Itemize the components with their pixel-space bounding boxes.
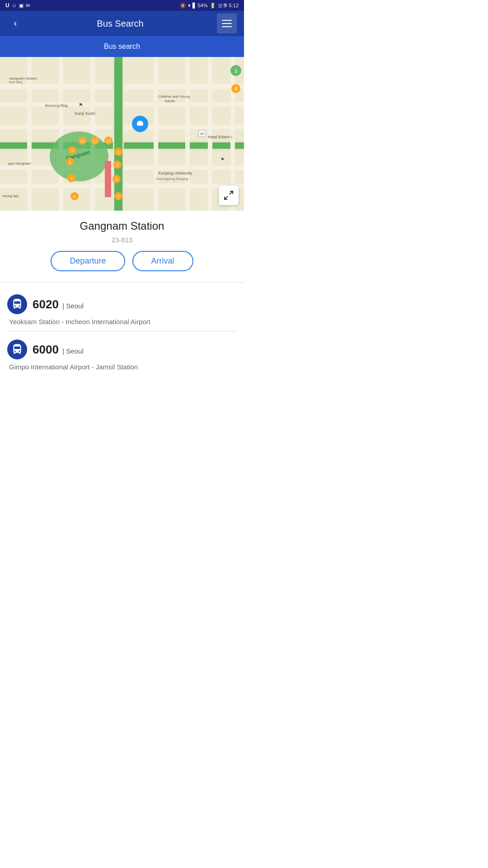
bus-city: | Seoul (62, 347, 83, 355)
svg-text:Ganji Sushi: Ganji Sushi (75, 111, 95, 116)
mute-icon: 🔇 (180, 3, 186, 9)
bus-number: 6020 (33, 297, 59, 311)
map-container[interactable]: Gangnam 10 11 12 9 1 8 2 7 3 6 3 3 4 (0, 57, 244, 211)
mail-icon: ✉ (26, 3, 30, 9)
bus-icon (7, 294, 27, 314)
status-bar: U ☺ ▣ ✉ 🔇 ▾ ▋ 54% 🔋 오후 5:12 (0, 0, 244, 11)
bus-number-group: 6000 | Seoul (33, 343, 84, 357)
svg-rect-10 (59, 57, 63, 211)
svg-text:Hotel Estem I: Hotel Estem I (208, 135, 232, 139)
back-button[interactable]: ‹ (7, 18, 23, 29)
svg-text:Adults: Adults (165, 99, 175, 103)
image-icon: ▣ (19, 3, 23, 9)
svg-rect-13 (154, 57, 158, 211)
svg-text:⚑: ⚑ (221, 157, 225, 162)
status-icons: U ☺ ▣ ✉ (5, 2, 30, 9)
svg-text:11: 11 (93, 139, 97, 143)
departure-button[interactable]: Departure (51, 251, 125, 271)
station-info: Gangnam Station 23-813 Departure Arrival (0, 211, 244, 278)
svg-rect-21 (105, 161, 111, 197)
svg-line-66 (230, 191, 233, 194)
svg-line-67 (225, 196, 228, 199)
svg-text:12: 12 (106, 139, 111, 143)
bus-svg-icon (11, 344, 23, 355)
map-svg: Gangnam 10 11 12 9 1 8 2 7 3 6 3 3 4 (0, 57, 244, 211)
svg-text:2: 2 (116, 163, 118, 167)
svg-text:heung Apt: heung Apt (2, 194, 19, 198)
bus-list: 6020 | Seoul Yeoksam Station - Incheon I… (0, 286, 244, 376)
sub-header: Bus search (0, 36, 244, 57)
svg-text:⚑: ⚑ (79, 102, 83, 108)
svg-text:3: 3 (235, 68, 237, 74)
bus-item-header: 6000 | Seoul (7, 340, 237, 359)
svg-text:Kunjang University: Kunjang University (158, 171, 192, 175)
svg-text:4: 4 (235, 86, 237, 91)
bus-city: | Seoul (62, 302, 83, 310)
svg-text:3: 3 (117, 194, 119, 199)
station-name: Gangnam Station (7, 220, 237, 232)
svg-text:Gwangyang Bulgogi: Gwangyang Bulgogi (156, 177, 188, 181)
svg-text:H: H (201, 132, 204, 136)
bus-icon (7, 340, 27, 359)
svg-text:8: 8 (69, 160, 71, 165)
svg-text:ppy Gangnam: ppy Gangnam (8, 161, 31, 165)
station-code: 23-813 (7, 236, 237, 244)
svg-rect-18 (114, 57, 122, 211)
menu-line-1 (222, 20, 232, 21)
bus-item-header: 6020 | Seoul (7, 294, 237, 314)
svg-text:Children and Young: Children and Young (158, 94, 190, 99)
svg-text:1: 1 (117, 150, 119, 155)
battery-icon: 🔋 (210, 3, 216, 9)
wifi-icon: ▾ (188, 3, 191, 9)
svg-rect-15 (208, 57, 212, 211)
map-expand-button[interactable] (219, 185, 239, 205)
header-title: Bus Search (23, 19, 217, 29)
bus-number-group: 6020 | Seoul (33, 297, 84, 311)
svg-text:7: 7 (70, 176, 72, 181)
svg-rect-14 (185, 57, 190, 211)
divider-main (0, 282, 244, 283)
sub-header-label: Bus search (104, 42, 140, 50)
svg-text:Boseong Bldg: Boseong Bldg (45, 104, 68, 108)
bus-svg-icon (11, 298, 23, 310)
svg-text:food alley: food alley (9, 80, 23, 84)
svg-text:9: 9 (71, 148, 73, 153)
bus-route: Gimpo International Airport - Jamsil Sta… (7, 363, 237, 371)
svg-text:6: 6 (73, 194, 75, 199)
status-right: 🔇 ▾ ▋ 54% 🔋 오후 5:12 (180, 2, 239, 9)
svg-text:10: 10 (80, 139, 84, 143)
menu-button[interactable] (217, 14, 237, 33)
bus-route: Yeoksam Station - Incheon International … (7, 318, 237, 326)
app-icon: U (5, 2, 9, 9)
svg-text:3: 3 (115, 177, 117, 182)
battery-text: 54% (198, 3, 208, 8)
bus-number: 6000 (33, 343, 59, 356)
menu-line-3 (222, 26, 232, 27)
time: 오후 5:12 (218, 2, 239, 9)
smiley-icon: ☺ (12, 3, 17, 8)
station-action-buttons: Departure Arrival (7, 251, 237, 271)
bus-item[interactable]: 6020 | Seoul Yeoksam Station - Incheon I… (7, 286, 237, 331)
bus-item[interactable]: 6000 | Seoul Gimpo International Airport… (7, 331, 237, 376)
menu-line-2 (222, 23, 232, 24)
signal-icon: ▋ (192, 3, 196, 9)
svg-text:Gangnam Station: Gangnam Station (9, 76, 37, 80)
header: ‹ Bus Search (0, 11, 244, 36)
arrival-button[interactable]: Arrival (132, 251, 193, 271)
